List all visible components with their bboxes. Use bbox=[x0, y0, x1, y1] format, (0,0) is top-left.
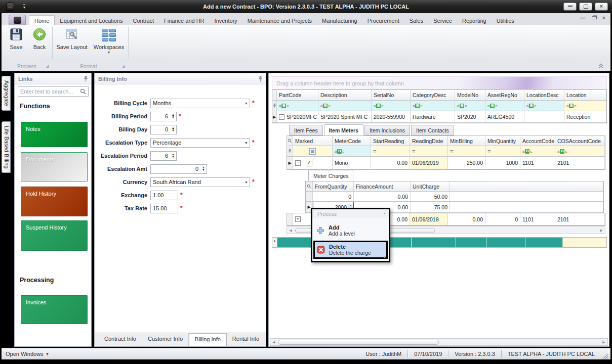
tab-meter-charges[interactable]: Meter Charges bbox=[308, 170, 353, 181]
filter-cell-minquantity[interactable]: = bbox=[485, 146, 520, 157]
dropdown-arrow-icon[interactable]: ▼ bbox=[243, 102, 250, 105]
suspend-history-button[interactable]: Suspend History bbox=[21, 220, 88, 251]
filter-cell-description[interactable]: aBc bbox=[318, 101, 372, 111]
cell-marked[interactable]: −✓ bbox=[293, 157, 333, 169]
save-button[interactable]: Save bbox=[5, 27, 28, 59]
filter-cell-modelno[interactable]: aBc bbox=[455, 101, 485, 111]
process-group-launcher-icon[interactable]: ◢ bbox=[46, 64, 49, 68]
tab-item-fees[interactable]: Item Fees bbox=[289, 125, 323, 135]
filter-cell-location[interactable]: aBc bbox=[564, 101, 606, 111]
billing-period-spinner[interactable]: 6 ▲▼ bbox=[150, 112, 177, 121]
ribbon-tab-finance-and-hr[interactable]: Finance and HR bbox=[159, 16, 210, 25]
filter-cell-partcode[interactable]: aBc bbox=[277, 101, 318, 111]
collapse-ribbon-icon[interactable] bbox=[597, 63, 604, 69]
cell-accountcode[interactable]: 1101 bbox=[520, 157, 555, 169]
column-header-location[interactable]: Location bbox=[564, 90, 606, 101]
filter-cell-categorydesc[interactable]: aBc bbox=[411, 101, 455, 111]
minimize-button[interactable] bbox=[563, 3, 577, 11]
column-header-categorydesc[interactable]: CategoryDesc bbox=[411, 90, 455, 101]
filter-cell-minbilling[interactable]: = bbox=[448, 146, 485, 157]
mdi-restore-icon[interactable] bbox=[592, 16, 596, 20]
application-button[interactable] bbox=[9, 15, 26, 25]
ribbon-tab-inventory[interactable]: Inventory bbox=[210, 16, 242, 25]
column-header-financeamount[interactable]: FinanceAmount bbox=[354, 181, 411, 192]
filter-cell-cosaccountcode[interactable]: aBc bbox=[555, 146, 605, 157]
scroll-left-icon[interactable]: ◀ bbox=[270, 340, 277, 344]
tax-rate-field[interactable]: 15.00 bbox=[150, 204, 178, 213]
spin-down-icon[interactable]: ▼ bbox=[202, 169, 205, 171]
spin-down-icon[interactable]: ▼ bbox=[172, 156, 175, 158]
tab-billing-info[interactable]: Billing Info bbox=[189, 333, 227, 346]
mdi-minimize-icon[interactable]: — bbox=[580, 15, 586, 21]
filter-cell-assetregno[interactable]: aBc bbox=[485, 101, 524, 111]
cell-minquantity[interactable]: 1000 bbox=[485, 157, 520, 169]
workspaces-dropdown-icon[interactable]: ▼ bbox=[107, 51, 111, 54]
escalation-period-spinner[interactable]: 6 ▲▼ bbox=[150, 151, 177, 161]
cell-location[interactable]: Reception bbox=[564, 111, 606, 123]
column-header-metercode[interactable]: MeterCode bbox=[333, 136, 371, 146]
ribbon-tab-service[interactable]: Service bbox=[428, 16, 457, 25]
ribbon-tab-maintenance-and-projects[interactable]: Maintenance and Projects bbox=[242, 16, 317, 25]
cell-cosaccountcode[interactable]: 2101 bbox=[555, 157, 605, 169]
tab-contract-info[interactable]: Contract Info bbox=[99, 333, 142, 346]
column-header-assetregno[interactable]: AssetRegNo bbox=[485, 90, 524, 101]
back-button[interactable]: Back bbox=[28, 27, 51, 59]
cell-startreading[interactable]: 0.00 bbox=[371, 157, 410, 169]
cell-description[interactable]: SP2020 Sprint MFC bbox=[318, 111, 372, 123]
ribbon-tab-home[interactable]: Home bbox=[29, 15, 55, 25]
column-header-minbilling[interactable]: MinBilling bbox=[448, 136, 485, 146]
billing-cycle-dropdown[interactable]: Months ▼ bbox=[150, 99, 250, 108]
column-header-cosaccountcode[interactable]: COSAccountCode bbox=[555, 136, 605, 146]
cell-unitcharge[interactable]: 75.00 bbox=[411, 202, 450, 213]
billing-day-spinner[interactable]: 0 ▲▼ bbox=[150, 125, 177, 134]
cell-partcode[interactable]: −SP2020MFC bbox=[277, 111, 318, 123]
side-tab-life-based-billing[interactable]: Life Based Billing bbox=[2, 121, 11, 173]
grid-search-icon[interactable] bbox=[306, 181, 313, 192]
documents-button[interactable]: Documents bbox=[21, 152, 88, 181]
dropdown-arrow-icon[interactable]: ▼ bbox=[243, 141, 250, 145]
cell-readingdate[interactable]: 01/06/2019 bbox=[410, 213, 448, 225]
cell-minquantity[interactable]: 0 bbox=[485, 213, 520, 225]
maximize-button[interactable] bbox=[579, 3, 592, 11]
column-header-minquantity[interactable]: MinQuantity bbox=[485, 136, 520, 146]
ribbon-tab-procurement[interactable]: Procurement bbox=[362, 16, 404, 25]
filter-pin-icon[interactable] bbox=[287, 146, 293, 157]
tab-item-inclusions[interactable]: Item Inclusions bbox=[364, 125, 410, 135]
menu-scroll-down-icon[interactable]: ▼ bbox=[383, 255, 386, 259]
filter-cell-metercode[interactable]: aBc bbox=[333, 146, 371, 157]
cell-fromquantity[interactable]: 0 bbox=[313, 192, 354, 202]
column-header-serialno[interactable]: SerialNo bbox=[372, 90, 411, 101]
scroll-right-icon[interactable]: ▶ bbox=[600, 340, 607, 344]
cell-readingdate[interactable]: 01/06/2019 bbox=[410, 157, 448, 169]
format-group-launcher-icon[interactable]: ◢ bbox=[122, 64, 125, 68]
column-header-partcode[interactable]: PartCode bbox=[277, 90, 318, 101]
ribbon-tab-reporting[interactable]: Reporting bbox=[457, 16, 492, 25]
panel-horizontal-scrollbar[interactable]: ◀ ▶ bbox=[270, 338, 608, 346]
scroll-left-icon[interactable]: ◀ bbox=[287, 229, 294, 233]
invoices-button[interactable]: Invoices bbox=[21, 295, 88, 324]
pin-icon[interactable] bbox=[84, 76, 88, 82]
column-header-fromquantity[interactable]: FromQuantity bbox=[313, 181, 354, 192]
tab-item-contacts[interactable]: Item Contacts bbox=[411, 125, 454, 135]
column-header-unitcharge[interactable]: UnitCharge bbox=[411, 181, 450, 192]
filter-cell-accountcode[interactable]: aBc bbox=[520, 146, 555, 157]
exchange-field[interactable]: 1.00 bbox=[150, 191, 178, 200]
hold-history-button[interactable]: Hold History bbox=[21, 187, 88, 216]
expand-row-icon[interactable]: + bbox=[295, 216, 301, 222]
workspaces-button[interactable]: Workspaces ▼ bbox=[92, 27, 126, 59]
cell-accountcode[interactable]: 1101 bbox=[520, 213, 555, 225]
menu-item-delete[interactable]: Delete Delete the charge bbox=[313, 241, 388, 259]
spin-down-icon[interactable]: ▼ bbox=[172, 116, 175, 119]
ribbon-tab-equipment-and-locations[interactable]: Equipment and Locations bbox=[55, 16, 128, 25]
column-header-locationdesc[interactable]: LocationDesc bbox=[524, 90, 564, 101]
cell-minbilling[interactable]: 0.00 bbox=[448, 213, 485, 225]
cell-serialno[interactable]: 2020-559900 bbox=[372, 111, 411, 123]
menu-item-add[interactable]: Add Add a level bbox=[313, 222, 388, 239]
cell-unitcharge[interactable]: 50.00 bbox=[411, 192, 450, 202]
open-windows-dropdown[interactable]: Open Windows ▼ bbox=[6, 351, 50, 357]
column-header-readingdate[interactable]: ReadingDate bbox=[410, 136, 448, 146]
pin-icon[interactable] bbox=[258, 76, 263, 82]
column-header-marked[interactable]: Marked bbox=[293, 136, 333, 146]
tab-item-meters[interactable]: Item Meters bbox=[324, 124, 363, 135]
column-header-modelno[interactable]: ModelNo bbox=[455, 90, 485, 101]
